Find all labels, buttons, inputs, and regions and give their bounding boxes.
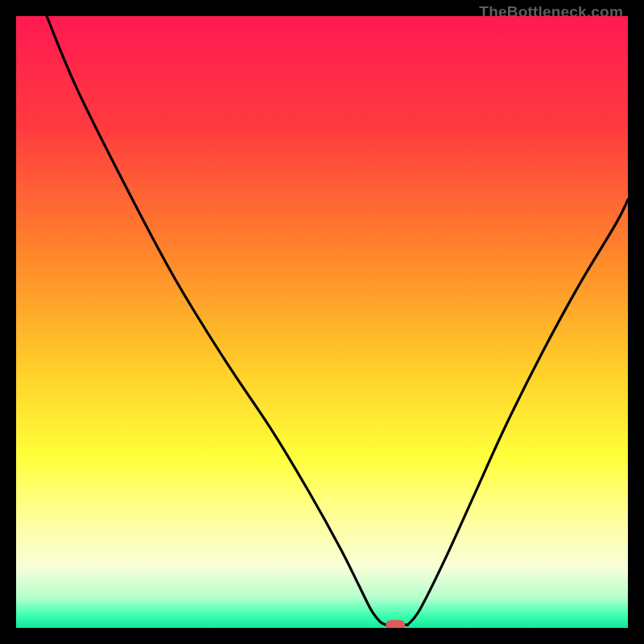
chart-svg: [16, 16, 628, 628]
plot-area: [16, 16, 628, 628]
chart-frame: TheBottleneck.com: [16, 16, 628, 628]
optimal-marker: [386, 620, 405, 628]
gradient-background: [16, 16, 628, 628]
